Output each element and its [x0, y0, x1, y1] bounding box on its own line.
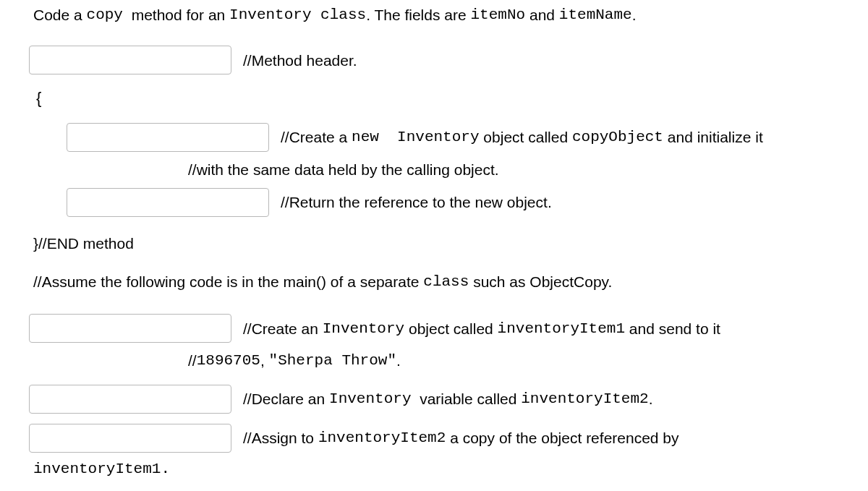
code-copy: copy: [87, 4, 123, 25]
blank-input-5[interactable]: [29, 385, 231, 414]
comment-frag: .: [649, 388, 653, 409]
comment-frag: //Create an: [243, 318, 323, 339]
comment-frag: //Declare an: [243, 388, 329, 409]
comment-frag: object called: [404, 318, 497, 339]
code-inventoryitem2: inventoryItem2: [521, 388, 648, 409]
code-new: new: [352, 127, 379, 148]
code-inventory: Inventory: [229, 4, 311, 25]
code-inventory: Inventory: [329, 388, 411, 409]
line-with-same-data: //with the same data held by the calling…: [188, 159, 839, 180]
blank-input-4[interactable]: [29, 314, 231, 343]
comment-frag: a copy of the object referenced by: [446, 427, 678, 448]
code-inventory: Inventory: [397, 127, 479, 148]
comment-frag: and initialize it: [663, 127, 763, 148]
line-create-item1: //Create an Inventory object called inve…: [29, 314, 839, 343]
line-create-copyobject: //Create a new Inventory object called c…: [67, 123, 839, 152]
code-class: class: [320, 4, 366, 25]
comment-frag: //Assign to: [243, 427, 318, 448]
comment-frag: //: [188, 350, 197, 371]
blank-input-3[interactable]: [67, 188, 269, 217]
code-class: class: [423, 271, 469, 292]
line-assign-copy: //Assign to inventoryItem2 a copy of the…: [29, 424, 839, 453]
prompt-frag: method for an: [123, 4, 229, 25]
prompt-frag: .: [632, 4, 637, 25]
assume-frag: such as ObjectCopy.: [469, 271, 612, 292]
code-copyobject: copyObject: [572, 127, 663, 148]
comment-return: //Return the reference to the new object…: [281, 192, 552, 213]
comment-frag: and send to it: [625, 318, 720, 339]
code-itemname: itemName: [559, 4, 632, 25]
comment-frag: variable called: [411, 388, 521, 409]
code-itemno: itemNo: [470, 4, 525, 25]
prompt-frag: . The fields are: [366, 4, 470, 25]
comment-frag: //Create a: [281, 127, 352, 148]
comment-method-header: //Method header.: [243, 50, 357, 71]
space: [312, 4, 321, 25]
line-sherpa-throw: // 1896705 , "Sherpa Throw" .: [188, 350, 839, 371]
comment-frag: .: [396, 350, 401, 371]
code-inventoryitem1-end: inventoryItem1.: [33, 461, 170, 477]
code-inventoryitem1: inventoryItem1: [498, 318, 625, 339]
code-inventoryitem2: inventoryItem2: [318, 427, 446, 448]
exercise-page: Code a copy method for an Inventory clas…: [0, 4, 868, 479]
comment-frag: ,: [260, 350, 269, 371]
blank-input-6[interactable]: [29, 424, 231, 453]
line-method-header: //Method header.: [29, 46, 839, 74]
assume-frag: //Assume the following code is in the ma…: [33, 271, 423, 292]
brace-open: {: [29, 82, 839, 116]
code-number: 1896705: [197, 350, 260, 371]
blank-input-2[interactable]: [67, 123, 269, 152]
assume-line: //Assume the following code is in the ma…: [33, 271, 839, 292]
line-inventoryitem1: inventoryItem1.: [33, 457, 839, 479]
space: [379, 127, 397, 148]
comment-frag: object called: [480, 127, 572, 148]
end-method: }//END method: [33, 233, 839, 254]
code-inventory: Inventory: [323, 318, 404, 339]
blank-input-1[interactable]: [29, 46, 231, 74]
code-string: "Sherpa Throw": [269, 350, 396, 371]
comment-with-same: //with the same data held by the calling…: [188, 161, 499, 178]
prompt-frag: and: [525, 4, 559, 25]
prompt-frag: Code a: [33, 4, 87, 25]
prompt-text: Code a copy method for an Inventory clas…: [33, 4, 839, 25]
line-return-ref: //Return the reference to the new object…: [67, 188, 839, 217]
line-declare-item2: //Declare an Inventory variable called i…: [29, 385, 839, 414]
